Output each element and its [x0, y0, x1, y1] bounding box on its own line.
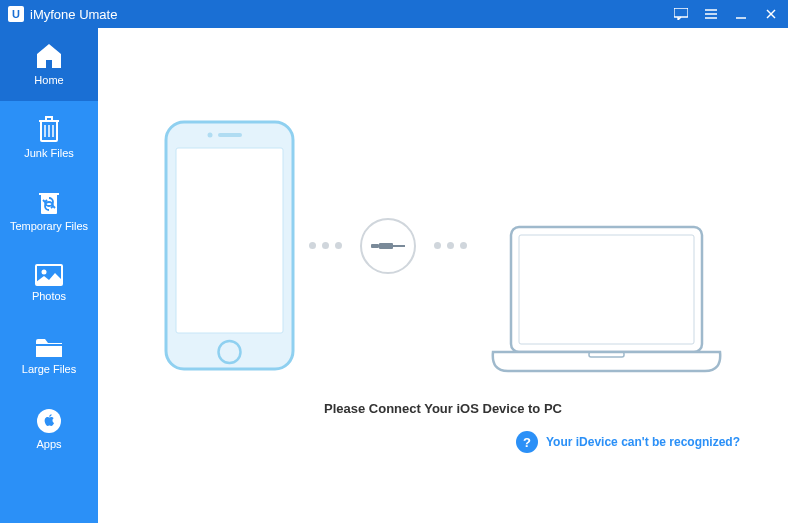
connector-icon [360, 218, 416, 274]
svg-rect-17 [36, 344, 62, 346]
sidebar-item-label: Junk Files [24, 147, 74, 160]
titlebar: U iMyfone Umate [0, 0, 788, 28]
feedback-icon[interactable] [672, 5, 690, 23]
sidebar-item-photos[interactable]: Photos [0, 247, 98, 320]
svg-rect-24 [371, 244, 379, 248]
apps-icon [36, 408, 62, 434]
sidebar-item-label: Temporary Files [10, 220, 88, 233]
svg-rect-13 [41, 194, 57, 214]
menu-icon[interactable] [702, 5, 720, 23]
phone-icon [162, 118, 297, 373]
help-icon: ? [516, 431, 538, 453]
svg-rect-0 [674, 8, 688, 17]
close-button[interactable] [762, 5, 780, 23]
main-content: Please Connect Your iOS Device to PC ? Y… [98, 28, 788, 523]
svg-rect-20 [176, 148, 283, 333]
sidebar-item-label: Large Files [22, 363, 76, 376]
app-title: iMyfone Umate [30, 7, 117, 22]
svg-rect-28 [519, 235, 694, 344]
folder-icon [35, 337, 63, 359]
connection-dots-left [309, 242, 342, 249]
svg-rect-25 [379, 243, 393, 249]
sidebar-item-label: Apps [36, 438, 61, 451]
device-illustration [162, 118, 724, 373]
sidebar: Home Junk Files Temporary Files Photos [0, 28, 98, 523]
sidebar-item-temporary-files[interactable]: Temporary Files [0, 174, 98, 247]
connect-message: Please Connect Your iOS Device to PC [324, 401, 562, 416]
sidebar-item-home[interactable]: Home [0, 28, 98, 101]
recycle-icon [37, 188, 61, 216]
sidebar-item-apps[interactable]: Apps [0, 393, 98, 466]
app-logo-icon: U [8, 6, 24, 22]
photos-icon [35, 264, 63, 286]
sidebar-item-label: Photos [32, 290, 66, 303]
sidebar-item-label: Home [34, 74, 63, 87]
trash-icon [37, 115, 61, 143]
svg-point-21 [208, 133, 213, 138]
laptop-icon [489, 223, 724, 373]
home-icon [34, 42, 64, 70]
sidebar-item-large-files[interactable]: Large Files [0, 320, 98, 393]
svg-point-16 [42, 269, 47, 274]
svg-rect-22 [218, 133, 242, 137]
connection-dots-right [434, 242, 467, 249]
sidebar-item-junk-files[interactable]: Junk Files [0, 101, 98, 174]
minimize-button[interactable] [732, 5, 750, 23]
help-link[interactable]: Your iDevice can't be recognized? [546, 435, 740, 449]
svg-rect-9 [46, 117, 52, 121]
help-row: ? Your iDevice can't be recognized? [516, 431, 740, 453]
